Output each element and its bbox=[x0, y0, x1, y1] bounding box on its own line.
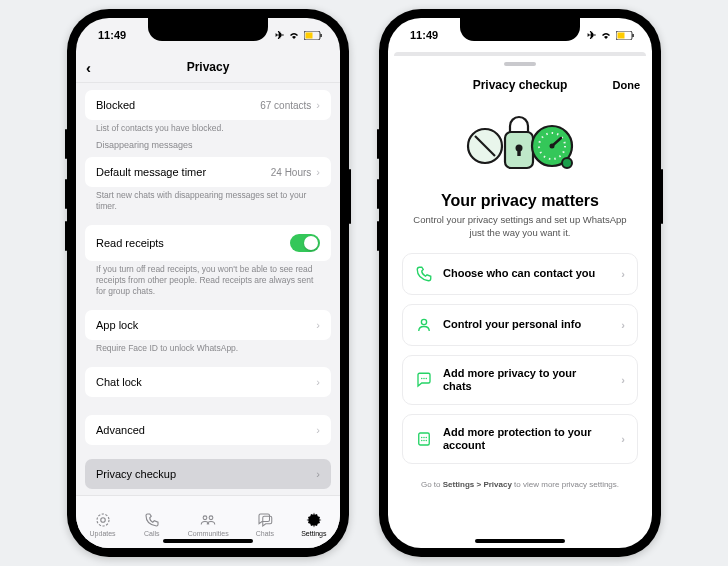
svg-point-3 bbox=[97, 514, 109, 526]
row-read-receipts[interactable]: Read receipts bbox=[85, 225, 331, 261]
phone-icon bbox=[415, 265, 433, 283]
svg-point-26 bbox=[421, 437, 423, 439]
chevron-right-icon: › bbox=[316, 99, 320, 111]
tab-communities[interactable]: Communities bbox=[188, 511, 229, 537]
svg-point-27 bbox=[423, 437, 425, 439]
chevron-right-icon: › bbox=[316, 376, 320, 388]
status-icons: ✈︎ bbox=[275, 29, 322, 42]
page-title: Privacy bbox=[187, 60, 230, 74]
row-label: Read receipts bbox=[96, 237, 164, 249]
passkey-icon bbox=[415, 430, 433, 448]
privacy-illustration bbox=[402, 108, 638, 184]
tab-updates[interactable]: Updates bbox=[90, 511, 116, 537]
hero-subtitle: Control your privacy settings and set up… bbox=[412, 214, 628, 240]
row-label: Blocked bbox=[96, 99, 135, 111]
card-label: Add more protection to your account bbox=[443, 426, 606, 452]
row-label: Default message timer bbox=[96, 166, 206, 178]
battery-icon bbox=[616, 31, 634, 40]
svg-rect-9 bbox=[618, 32, 625, 38]
sheet-header: Privacy checkup Done bbox=[388, 70, 652, 100]
status-time: 11:49 bbox=[410, 29, 438, 41]
nav-header: ‹ Privacy bbox=[76, 52, 340, 83]
wifi-icon bbox=[287, 31, 301, 40]
back-button[interactable]: ‹ bbox=[86, 59, 91, 76]
chats-icon bbox=[256, 511, 274, 529]
section-disappearing: Disappearing messages bbox=[85, 135, 331, 150]
caption-receipts: If you turn off read receipts, you won't… bbox=[85, 261, 331, 298]
svg-point-31 bbox=[426, 440, 428, 442]
svg-point-20 bbox=[562, 158, 572, 168]
row-label: Advanced bbox=[96, 424, 145, 436]
card-label: Add more privacy to your chats bbox=[443, 367, 606, 393]
settings-icon bbox=[305, 511, 323, 529]
card-account-protection[interactable]: Add more protection to your account › bbox=[402, 414, 638, 464]
chevron-right-icon: › bbox=[621, 319, 625, 331]
row-label: Privacy checkup bbox=[96, 468, 176, 480]
done-button[interactable]: Done bbox=[613, 79, 641, 91]
card-contact[interactable]: Choose who can contact you › bbox=[402, 253, 638, 295]
svg-point-23 bbox=[423, 378, 425, 380]
tab-calls[interactable]: Calls bbox=[143, 511, 161, 537]
svg-point-19 bbox=[550, 144, 555, 149]
tab-settings[interactable]: Settings bbox=[301, 511, 326, 537]
svg-point-4 bbox=[100, 517, 105, 522]
svg-point-6 bbox=[209, 515, 213, 519]
wifi-icon bbox=[599, 31, 613, 40]
row-value: 24 Hours bbox=[271, 167, 312, 178]
svg-rect-1 bbox=[306, 32, 313, 38]
chevron-right-icon: › bbox=[316, 319, 320, 331]
card-chat-privacy[interactable]: Add more privacy to your chats › bbox=[402, 355, 638, 405]
card-personal-info[interactable]: Control your personal info › bbox=[402, 304, 638, 346]
card-label: Choose who can contact you bbox=[443, 267, 606, 280]
svg-point-5 bbox=[203, 515, 207, 519]
svg-point-29 bbox=[421, 440, 423, 442]
row-value: 67 contacts bbox=[260, 100, 311, 111]
svg-point-24 bbox=[426, 378, 428, 380]
row-label: Chat lock bbox=[96, 376, 142, 388]
chevron-right-icon: › bbox=[316, 166, 320, 178]
footer-hint: Go to Settings > Privacy to view more pr… bbox=[388, 464, 652, 513]
svg-point-30 bbox=[423, 440, 425, 442]
page-title: Privacy checkup bbox=[473, 78, 568, 92]
row-blocked[interactable]: Blocked 67 contacts› bbox=[85, 90, 331, 120]
home-indicator[interactable] bbox=[475, 539, 565, 543]
chevron-right-icon: › bbox=[316, 424, 320, 436]
caption-timer: Start new chats with disappearing messag… bbox=[85, 187, 331, 213]
card-label: Control your personal info bbox=[443, 318, 606, 331]
toggle-read-receipts[interactable] bbox=[290, 234, 320, 252]
calls-icon bbox=[143, 511, 161, 529]
row-app-lock[interactable]: App lock › bbox=[85, 310, 331, 340]
svg-point-22 bbox=[421, 378, 423, 380]
svg-rect-25 bbox=[419, 433, 430, 445]
tab-chats[interactable]: Chats bbox=[256, 511, 274, 537]
hero-title: Your privacy matters bbox=[402, 192, 638, 210]
status-icons: ✈︎ bbox=[587, 29, 634, 42]
row-label: App lock bbox=[96, 319, 138, 331]
svg-rect-10 bbox=[633, 34, 634, 37]
chevron-right-icon: › bbox=[316, 468, 320, 480]
chevron-right-icon: › bbox=[621, 374, 625, 386]
person-icon bbox=[415, 316, 433, 334]
row-default-timer[interactable]: Default message timer 24 Hours› bbox=[85, 157, 331, 187]
updates-icon bbox=[94, 511, 112, 529]
caption-applock: Require Face ID to unlock WhatsApp. bbox=[85, 340, 331, 355]
chat-icon bbox=[415, 371, 433, 389]
svg-point-21 bbox=[421, 319, 426, 324]
row-chat-lock[interactable]: Chat lock › bbox=[85, 367, 331, 397]
svg-rect-2 bbox=[321, 34, 322, 37]
sheet-grabber[interactable] bbox=[504, 62, 536, 66]
chevron-right-icon: › bbox=[621, 433, 625, 445]
communities-icon bbox=[199, 511, 217, 529]
status-time: 11:49 bbox=[98, 29, 126, 41]
battery-icon bbox=[304, 31, 322, 40]
airplane-icon: ✈︎ bbox=[275, 29, 284, 42]
row-advanced[interactable]: Advanced › bbox=[85, 415, 331, 445]
airplane-icon: ✈︎ bbox=[587, 29, 596, 42]
svg-point-28 bbox=[426, 437, 428, 439]
caption-blocked: List of contacts you have blocked. bbox=[85, 120, 331, 135]
chevron-right-icon: › bbox=[621, 268, 625, 280]
svg-rect-15 bbox=[517, 150, 520, 156]
home-indicator[interactable] bbox=[163, 539, 253, 543]
row-privacy-checkup[interactable]: Privacy checkup › bbox=[85, 459, 331, 489]
